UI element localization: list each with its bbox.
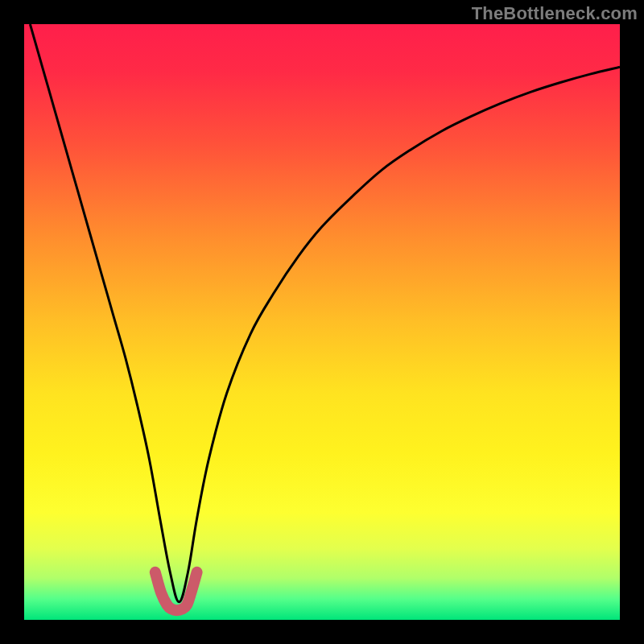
curve-layer (24, 24, 620, 620)
watermark-label: TheBottleneck.com (472, 3, 638, 24)
plot-area (24, 24, 620, 620)
chart-frame: TheBottleneck.com (0, 0, 644, 644)
notch-marker (155, 572, 197, 610)
bottleneck-curve (30, 24, 620, 602)
